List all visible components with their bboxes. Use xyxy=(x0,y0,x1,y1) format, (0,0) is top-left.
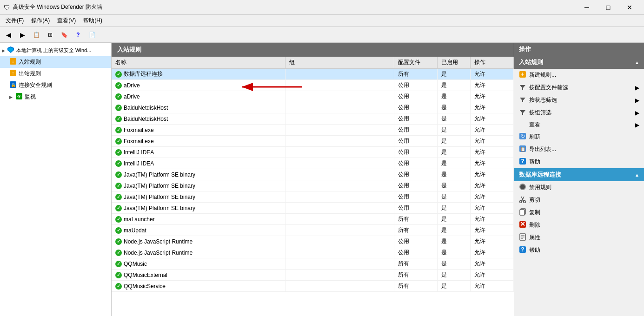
table-row[interactable]: ✓ Node.js JavaScript Runtime 公用是允许 xyxy=(112,236,514,247)
action-view[interactable]: 查看 ▶ xyxy=(514,119,644,131)
cell-profile: 所有 xyxy=(394,270,437,281)
cell-profile: 公用 xyxy=(394,80,437,91)
action-filter-profile[interactable]: 按配置文件筛选 ▶ xyxy=(514,81,644,94)
table-row[interactable]: ✓ Foxmail.exe 公用是允许 xyxy=(112,136,514,147)
svg-rect-32 xyxy=(520,210,524,215)
cell-group xyxy=(285,125,394,136)
action-filter-status[interactable]: 按状态筛选 ▶ xyxy=(514,94,644,106)
table-row[interactable]: ✓ BaiduNetdiskHost 公用是允许 xyxy=(112,102,514,113)
action-button[interactable]: 📋 xyxy=(30,28,43,41)
properties-label: 属性 xyxy=(529,234,540,242)
col-header-profile[interactable]: 配置文件 xyxy=(394,57,437,69)
sidebar-item-connection[interactable]: 🔒 连接安全规则 xyxy=(0,79,111,91)
refresh-icon: ↻ xyxy=(519,132,526,141)
table-row[interactable]: ✓ Java(TM) Platform SE binary 公用是允许 xyxy=(112,191,514,203)
title-bar-title: 高级安全 Windows Defender 防火墙 xyxy=(13,3,102,11)
cell-action: 允许 xyxy=(470,214,513,225)
cell-name: ✓ Java(TM) Platform SE binary xyxy=(112,191,285,203)
cell-enabled: 是 xyxy=(438,69,470,80)
doc-button[interactable]: 📄 xyxy=(86,28,99,41)
sidebar-item-inbound[interactable]: ↓ 入站规则 xyxy=(0,56,111,68)
section-header-db[interactable]: 数据库远程连接 ▲ xyxy=(514,168,644,181)
section-header-actions[interactable]: 操作 xyxy=(514,43,644,56)
action-copy[interactable]: 复制 xyxy=(514,206,644,219)
rule-status-icon: ✓ xyxy=(115,250,122,256)
table-row[interactable]: ✓ IntelliJ IDEA 公用是允许 xyxy=(112,158,514,169)
table-row[interactable]: ✓ Java(TM) Platform SE binary 公用是允许 xyxy=(112,169,514,180)
sidebar-root[interactable]: ▶ 本地计算机 上的高级安全 Wind... xyxy=(0,45,111,56)
svg-text:👁: 👁 xyxy=(17,94,21,99)
menu-bar: 文件(F) 操作(A) 查看(V) 帮助(H) xyxy=(0,15,644,27)
cell-group xyxy=(285,80,394,91)
table-row[interactable]: ✓ BaiduNetdiskHost 公用是允许 xyxy=(112,113,514,125)
action-export[interactable]: 📋 导出列表... xyxy=(514,143,644,156)
col-header-group[interactable]: 组 xyxy=(285,57,394,69)
cell-profile: 公用 xyxy=(394,158,437,169)
rule-status-icon: ✓ xyxy=(115,238,122,245)
table-row[interactable]: ✓ maUpdat 所有是允许 xyxy=(112,225,514,236)
col-header-enabled[interactable]: 已启用 xyxy=(438,57,470,69)
cell-profile: 公用 xyxy=(394,125,437,136)
bookmark-button[interactable]: 🔖 xyxy=(58,28,71,41)
cell-name: ✓ aDrive xyxy=(112,91,285,102)
svg-marker-14 xyxy=(520,85,525,90)
action-new-rule[interactable]: + 新建规则... xyxy=(514,69,644,81)
table-row[interactable]: ✓ QQMusicExternal 所有是允许 xyxy=(112,270,514,281)
menu-view[interactable]: 查看(V) xyxy=(53,16,80,26)
table-row[interactable]: ✓ Node.js JavaScript Runtime 公用是允许 xyxy=(112,247,514,258)
rule-status-icon: ✓ xyxy=(115,183,122,189)
cell-name: ✓ Java(TM) Platform SE binary xyxy=(112,169,285,180)
table-row[interactable]: ✓ Java(TM) Platform SE binary 公用是允许 xyxy=(112,180,514,191)
col-header-name[interactable]: 名称 xyxy=(112,57,285,69)
table-row[interactable]: ✓ QQMusicService 所有是允许 xyxy=(112,281,514,292)
cell-enabled: 是 xyxy=(438,270,470,281)
maximize-button[interactable]: □ xyxy=(598,0,619,15)
shield-icon xyxy=(7,46,14,55)
refresh-label: 刷新 xyxy=(529,133,540,141)
action-disable-rule[interactable]: 禁用规则 xyxy=(514,181,644,194)
cell-name: ✓ Foxmail.exe xyxy=(112,136,285,147)
table-row[interactable]: ✓ QQMusic 所有是允许 xyxy=(112,258,514,270)
table-row[interactable]: ✓ aDrive 公用是允许 xyxy=(112,91,514,102)
menu-action[interactable]: 操作(A) xyxy=(27,16,53,26)
cell-group xyxy=(285,69,394,80)
svg-point-30 xyxy=(524,201,526,203)
section-header-inbound[interactable]: 入站规则 ▲ xyxy=(514,56,644,69)
action-help-inbound[interactable]: ? 帮助 xyxy=(514,156,644,168)
filter-profile-icon xyxy=(519,83,526,92)
table-row[interactable]: ✓ Foxmail.exe 公用是允许 xyxy=(112,125,514,136)
menu-file[interactable]: 文件(F) xyxy=(2,16,27,26)
minimize-button[interactable]: ─ xyxy=(576,0,598,15)
back-button[interactable]: ◀ xyxy=(2,28,15,41)
sidebar: ▶ 本地计算机 上的高级安全 Wind... ↓ 入站规则 xyxy=(0,43,112,316)
cell-enabled: 是 xyxy=(438,203,470,214)
action-help-db[interactable]: ? 帮助 xyxy=(514,244,644,257)
filter-status-label: 按状态筛选 xyxy=(529,96,632,104)
rules-table-scroll[interactable]: 名称 组 配置文件 已启用 操作 ✓ 数据库远程连接 所有是允许 ✓ aDriv… xyxy=(112,57,514,316)
table-row[interactable]: ✓ 数据库远程连接 所有是允许 xyxy=(112,69,514,80)
rule-status-icon: ✓ xyxy=(115,149,122,156)
action-delete[interactable]: ✕ 删除 xyxy=(514,219,644,231)
view-button[interactable]: ⊞ xyxy=(44,28,57,41)
col-header-action[interactable]: 操作 xyxy=(470,57,513,69)
menu-help[interactable]: 帮助(H) xyxy=(80,16,106,26)
sidebar-item-monitor[interactable]: ▶ 👁 监视 xyxy=(0,91,111,103)
action-properties[interactable]: 属性 xyxy=(514,231,644,244)
new-rule-label: 新建规则... xyxy=(529,71,556,79)
cell-name: ✓ maUpdat xyxy=(112,225,285,236)
help-button[interactable]: ? xyxy=(72,28,85,41)
action-refresh[interactable]: ↻ 刷新 xyxy=(514,131,644,143)
action-cut[interactable]: 剪切 xyxy=(514,194,644,206)
sidebar-item-outbound[interactable]: ↑ 出站规则 xyxy=(0,68,111,79)
close-button[interactable]: ✕ xyxy=(619,0,640,15)
filter-group-arrow: ▶ xyxy=(635,110,639,116)
table-row[interactable]: ✓ Java(TM) Platform SE binary 公用是允许 xyxy=(112,203,514,214)
table-row[interactable]: ✓ maLauncher 所有是允许 xyxy=(112,214,514,225)
rule-status-icon: ✓ xyxy=(115,205,122,211)
svg-text:✕: ✕ xyxy=(520,221,525,228)
table-row[interactable]: ✓ IntelliJ IDEA 公用是允许 xyxy=(112,147,514,158)
forward-button[interactable]: ▶ xyxy=(16,28,29,41)
action-filter-group[interactable]: 按组筛选 ▶ xyxy=(514,106,644,119)
table-row[interactable]: ✓ aDrive 公用是允许 xyxy=(112,80,514,91)
rules-table: 名称 组 配置文件 已启用 操作 ✓ 数据库远程连接 所有是允许 ✓ aDriv… xyxy=(112,57,514,292)
